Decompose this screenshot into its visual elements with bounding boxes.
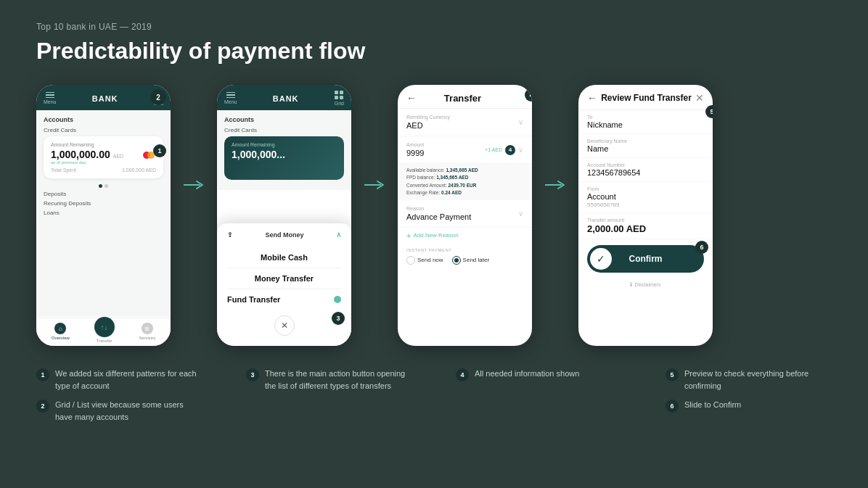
- reason-chevron-icon: ∨: [518, 210, 523, 218]
- close-button[interactable]: ✕: [274, 315, 295, 336]
- arrow-2: [364, 85, 385, 191]
- notes-col-2: 3 There is the main action button openin…: [246, 368, 412, 430]
- note-text-1: We added six different patterns for each…: [55, 368, 202, 392]
- info-badge: 4: [505, 145, 515, 155]
- menu-left: Menu: [44, 92, 57, 105]
- transfer-amount-value: 2,000.00 AED: [587, 223, 704, 234]
- fund-transfer-item[interactable]: Fund Transfer: [227, 289, 341, 310]
- nav-overview-label: Overview: [52, 336, 70, 340]
- reason-field: Reason Advance Payment ∨: [398, 200, 532, 228]
- credit-card: Amount Remaining 1 1,000,000.00 AED as o…: [44, 136, 163, 178]
- note-6: 6 Slide to Confirm: [666, 399, 832, 413]
- note-badge-4: 4: [456, 368, 469, 381]
- note-badge-6: 6: [666, 400, 679, 413]
- note-4: 4 All needed information shown: [456, 368, 622, 381]
- nav-transfer[interactable]: ↑↓ Transfer: [94, 323, 115, 343]
- p2-bank-logo: BANK: [273, 94, 299, 103]
- chevron-up-icon: ∧: [336, 231, 341, 239]
- phone-3-header: ← Transfer: [398, 85, 532, 109]
- instant-label: INSTANT PAYMENT: [406, 248, 523, 252]
- notes-col-1: 1 We added six different patterns for ea…: [36, 368, 202, 430]
- add-reason-row[interactable]: + Add New Reason: [398, 228, 532, 244]
- services-icon: ⊞: [142, 323, 153, 334]
- credit-cards-label: Credit Cards: [44, 127, 163, 133]
- phone-2-header: Menu BANK Grid: [217, 85, 351, 110]
- transfer-title: Transfer: [417, 93, 509, 104]
- note-5: 5 Preview to check everything before con…: [666, 368, 832, 392]
- slide-confirm[interactable]: ✓ Confirm: [587, 245, 704, 273]
- card-dots: [44, 184, 163, 188]
- badge-6: 6: [695, 241, 708, 254]
- confirm-label: Confirm: [612, 254, 679, 264]
- subtitle: Top 10 bank in UAE — 2019: [36, 22, 832, 32]
- menu-label: Menu: [44, 99, 57, 104]
- arrow-3: [545, 85, 565, 191]
- page-title: Predictability of payment flow: [36, 38, 832, 65]
- amount-label: Amount: [406, 142, 424, 147]
- remitting-currency-field: Remitting Currency AED ∨: [398, 109, 532, 136]
- total-spent: Total Spent 1,000,000 AED: [51, 168, 156, 173]
- to-field: To Nickname: [578, 110, 713, 134]
- p2-amount: 1,000,000...: [232, 149, 337, 160]
- money-transfer-item[interactable]: Money Transfer: [227, 268, 341, 289]
- beneficiary-field: Beneficiary Name Name: [578, 134, 713, 158]
- accounts-title: Accounts: [44, 116, 163, 123]
- balance-line-4: Exchange Rate: 0.24 AED: [406, 189, 523, 197]
- account-number-value: 123456789654: [587, 168, 704, 177]
- instant-payment-section: INSTANT PAYMENT Send now Send later: [398, 244, 532, 269]
- phone-4-header: ← Review Fund Transfer ✕: [578, 85, 713, 110]
- send-later-radio[interactable]: Send later: [452, 256, 489, 265]
- nav-overview[interactable]: ⌂ Overview: [52, 323, 70, 343]
- remitting-label: Remitting Currency: [406, 115, 450, 120]
- from-number: 5595856789: [587, 202, 704, 208]
- disclaimer-text: Disclaimers: [634, 282, 660, 287]
- to-value: Nickname: [587, 120, 704, 129]
- to-label: To: [587, 115, 704, 120]
- from-field: From Account 5595856789: [578, 182, 713, 213]
- balance-line-3: Converted Amount: 2439.70 EUR: [406, 182, 523, 189]
- nav-transfer-label: Transfer: [96, 339, 112, 343]
- send-later-label: Send later: [463, 257, 489, 263]
- deposits-label: Deposits: [44, 191, 163, 197]
- send-money-overlay: ⇧ Send Money ∧ Mobile Cash Money Transfe…: [217, 223, 351, 346]
- recurring-label: Recuring Deposits: [44, 200, 163, 207]
- nav-services[interactable]: ⊞ Services: [139, 323, 155, 343]
- amount-chevron-icon: ∨: [518, 146, 523, 154]
- mobile-cash-item[interactable]: Mobile Cash: [227, 247, 341, 268]
- arrow-1: [184, 85, 204, 191]
- send-money-label: Send Money: [265, 231, 303, 239]
- radio-outer-later: [452, 256, 461, 265]
- p4-close-icon[interactable]: ✕: [695, 92, 704, 104]
- note-badge-2: 2: [36, 400, 49, 413]
- send-now-radio[interactable]: Send now: [406, 256, 443, 265]
- transfer-amount-field: Transfer amount 2,000.00 AED: [578, 213, 713, 239]
- p2-grid-icon: [335, 91, 343, 99]
- notes-section: 1 We added six different patterns for ea…: [36, 368, 832, 430]
- account-number-label: Account Number: [587, 162, 704, 168]
- review-title: Review Fund Transfer: [597, 93, 695, 103]
- balance-line-1: Available balance: 1,345,665 AED: [406, 167, 523, 174]
- phone-2: Menu BANK Grid Accounts Credit Cards Amo…: [217, 85, 351, 346]
- transfer-amount-label: Transfer amount: [587, 218, 704, 223]
- balance-info: Available balance: 1,345,665 AED FPD bal…: [398, 164, 532, 200]
- radio-group: Send now Send later: [406, 256, 523, 265]
- p2-accounts: Accounts: [224, 116, 344, 123]
- transfer-icon: ↑↓: [94, 317, 115, 337]
- add-reason-label: Add New Reason: [413, 232, 458, 239]
- p2-amount-remaining: Amount Remaining: [232, 142, 337, 147]
- p4-back-icon[interactable]: ←: [587, 92, 597, 104]
- note-text-2: Grid / List view because some users have…: [55, 399, 202, 423]
- as-of-day: as of previous day: [51, 160, 123, 165]
- note-badge-1: 1: [36, 368, 49, 381]
- overview-icon: ⌂: [54, 323, 66, 334]
- note-text-5: Preview to check everything before confi…: [684, 368, 832, 392]
- note-text-4: All needed information shown: [475, 368, 579, 380]
- confirm-check-icon: ✓: [590, 248, 612, 270]
- fund-transfer-dot: [334, 296, 341, 303]
- radio-outer-now: [406, 256, 415, 265]
- note-text-3: There is the main action button opening …: [265, 368, 412, 392]
- p2-credit-cards: Credit Cards: [224, 127, 344, 133]
- p2-menu-label: Menu: [224, 99, 237, 104]
- back-arrow-icon[interactable]: ←: [406, 92, 417, 104]
- from-label: From: [587, 186, 704, 191]
